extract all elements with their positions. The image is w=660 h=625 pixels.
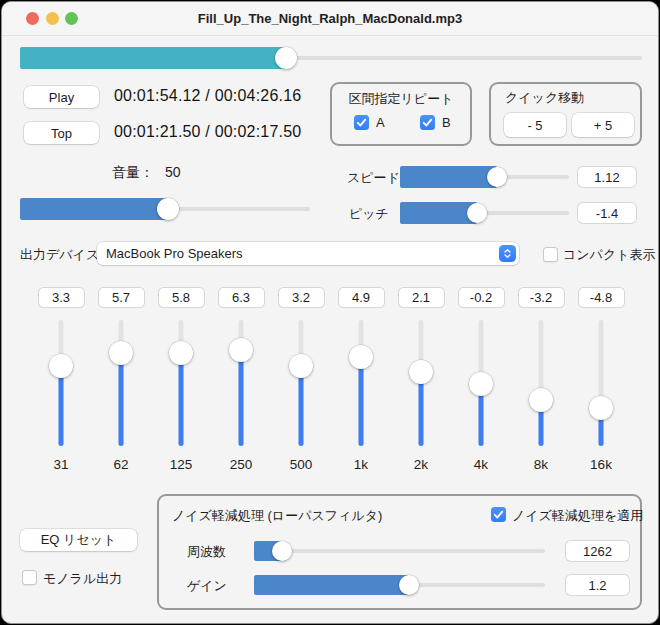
ab-loop-time: 00:01:21.50 / 00:02:17.50 (114, 119, 301, 145)
compact-view-checkbox[interactable] (543, 247, 558, 262)
eq-slider-thumb[interactable] (49, 354, 73, 378)
eq-freq-label: 1k (354, 457, 368, 472)
close-button[interactable] (26, 12, 39, 25)
eq-slider[interactable] (229, 320, 253, 446)
eq-slider-thumb[interactable] (409, 360, 433, 384)
eq-gain-field[interactable]: 4.9 (338, 287, 385, 308)
repeat-b-checkbox[interactable] (420, 115, 435, 130)
eq-slider[interactable] (289, 320, 313, 446)
top-button[interactable]: Top (24, 122, 99, 144)
repeat-a-checkbox[interactable] (354, 115, 369, 130)
eq-gain-field[interactable]: -0.2 (458, 287, 505, 308)
eq-freq-label: 2k (414, 457, 428, 472)
volume-label: 音量： (112, 164, 154, 180)
play-button[interactable]: Play (24, 86, 99, 108)
eq-slider[interactable] (589, 320, 613, 446)
volume-thumb[interactable] (157, 198, 179, 220)
eq-slider[interactable] (469, 320, 493, 446)
eq-band: 5.8 125 (151, 287, 211, 472)
seek-thumb[interactable] (275, 47, 297, 69)
eq-band: -4.8 16k (571, 287, 631, 472)
noise-frequency-field[interactable]: 1262 (565, 540, 630, 562)
eq-slider-thumb[interactable] (469, 372, 493, 396)
eq-slider-thumb[interactable] (529, 388, 553, 412)
compact-view-label: コンパクト表示 (563, 247, 656, 263)
eq-freq-label: 250 (230, 457, 253, 472)
speed-field[interactable]: 1.12 (577, 166, 637, 188)
noise-frequency-label: 周波数 (187, 544, 226, 560)
eq-slider-thumb[interactable] (349, 345, 373, 369)
noise-gain-label: ゲイン (187, 578, 227, 594)
noise-frequency-slider[interactable] (254, 541, 545, 561)
zoom-button[interactable] (65, 12, 78, 25)
noise-gain-slider[interactable] (254, 575, 545, 595)
eq-band: 3.2 500 (271, 287, 331, 472)
app-window: Fill_Up_The_Night_Ralph_MacDonald.mp3 Pl… (1, 1, 659, 624)
eq-slider[interactable] (529, 320, 553, 446)
eq-gain-field[interactable]: 5.7 (98, 287, 145, 308)
eq-slider-fill (239, 350, 244, 446)
eq-reset-button[interactable]: EQ リセット (20, 529, 137, 551)
noise-frequency-thumb[interactable] (272, 541, 292, 561)
eq-freq-label: 62 (113, 457, 128, 472)
output-device-label: 出力デバイス (20, 247, 99, 263)
eq-gain-field[interactable]: 5.8 (158, 287, 205, 308)
title-bar: Fill_Up_The_Night_Ralph_MacDonald.mp3 (2, 2, 658, 36)
eq-slider-fill (59, 366, 64, 446)
eq-slider-thumb[interactable] (289, 354, 313, 378)
pitch-slider[interactable] (400, 202, 569, 224)
eq-gain-field[interactable]: 6.3 (218, 287, 265, 308)
mono-output-checkbox[interactable] (22, 570, 37, 585)
eq-band: 4.9 1k (331, 287, 391, 472)
repeat-b-label: B (442, 115, 451, 131)
eq-slider-fill (119, 353, 124, 446)
eq-slider-fill (179, 353, 184, 446)
noise-apply-label: ノイズ軽減処理を適用 (512, 508, 643, 524)
seek-slider[interactable] (20, 47, 642, 69)
output-device-value: MacBook Pro Speakers (106, 246, 243, 261)
eq-gain-field[interactable]: -4.8 (578, 287, 625, 308)
volume-row: 音量： 50 (112, 164, 181, 180)
noise-gain-fill (254, 575, 409, 595)
noise-apply-checkbox[interactable] (491, 507, 506, 522)
pitch-field[interactable]: -1.4 (577, 202, 637, 224)
noise-gain-thumb[interactable] (399, 575, 419, 595)
output-device-select[interactable]: MacBook Pro Speakers (97, 242, 519, 265)
pitch-thumb[interactable] (467, 203, 487, 223)
eq-band: 6.3 250 (211, 287, 271, 472)
back-5-button[interactable]: - 5 (504, 113, 566, 137)
eq-gain-field[interactable]: 3.3 (38, 287, 85, 308)
eq-gain-field[interactable]: -3.2 (518, 287, 565, 308)
quick-move-title: クイック移動 (505, 90, 584, 106)
eq-slider-fill (359, 357, 364, 446)
minimize-button[interactable] (46, 12, 59, 25)
eq-slider[interactable] (49, 320, 73, 446)
eq-slider[interactable] (109, 320, 133, 446)
eq-freq-label: 500 (290, 457, 313, 472)
popup-chevrons-icon (499, 245, 516, 262)
eq-band: 5.7 62 (91, 287, 151, 472)
window-title: Fill_Up_The_Night_Ralph_MacDonald.mp3 (92, 2, 568, 35)
eq-slider-thumb[interactable] (229, 338, 253, 362)
noise-frequency-track[interactable] (254, 549, 545, 553)
eq-slider[interactable] (409, 320, 433, 446)
forward-5-button[interactable]: + 5 (572, 113, 634, 137)
eq-slider-thumb[interactable] (169, 341, 193, 365)
eq-slider-thumb[interactable] (589, 396, 613, 420)
eq-band: 3.3 31 (31, 287, 91, 472)
eq-slider-thumb[interactable] (109, 341, 133, 365)
ab-repeat-title: 区間指定リピート (330, 91, 472, 107)
speed-thumb[interactable] (487, 167, 507, 187)
eq-gain-field[interactable]: 2.1 (398, 287, 445, 308)
eq-band: -0.2 4k (451, 287, 511, 472)
speed-fill (400, 166, 497, 188)
eq-slider[interactable] (169, 320, 193, 446)
noise-gain-field[interactable]: 1.2 (565, 574, 630, 596)
eq-band: -3.2 8k (511, 287, 571, 472)
volume-slider[interactable] (20, 198, 310, 220)
eq-gain-field[interactable]: 3.2 (278, 287, 325, 308)
eq-slider[interactable] (349, 320, 373, 446)
speed-slider[interactable] (400, 166, 569, 188)
noise-reduction-title: ノイズ軽減処理 (ローパスフィルタ) (172, 508, 382, 524)
eq-bands: 3.3 31 5.7 62 5.8 125 6.3 2 (31, 287, 631, 472)
